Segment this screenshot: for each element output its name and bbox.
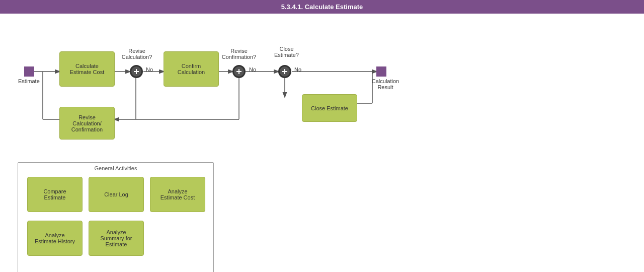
estimate-label: Estimate [18, 78, 40, 84]
calculate-estimate-cost-box[interactable]: CalculateEstimate Cost [59, 51, 115, 87]
clear-log-label: Clear Log [104, 191, 128, 197]
gateway2-no-label: No [249, 66, 256, 73]
revise-calculation-box[interactable]: ReviseCalculation/Confirmation [59, 107, 115, 140]
general-activities-title: General Activities [18, 165, 213, 171]
analyze-estimate-cost-label: AnalyzeEstimate Cost [160, 188, 195, 200]
gateway3 [278, 65, 291, 78]
analyze-estimate-history-label: AnalyzeEstimate History [35, 232, 75, 244]
clear-log-box[interactable]: Clear Log [89, 177, 144, 212]
diagram-area: Estimate CalculateEstimate Cost ReviseCa… [0, 14, 644, 260]
title-text: 5.3.4.1. Calculate Estimate [281, 3, 363, 11]
analyze-estimate-history-box[interactable]: AnalyzeEstimate History [27, 221, 83, 256]
confirm-calculation-label: ConfirmCalculation [178, 63, 205, 75]
close-estimate-label: Close Estimate [311, 105, 348, 111]
end-event [376, 66, 386, 77]
gateway2 [232, 65, 246, 78]
general-activities-container: General Activities CompareEstimate Clear… [18, 162, 214, 272]
revise-calculation-label: ReviseCalculation/Confirmation [71, 114, 103, 132]
close-estimate-box[interactable]: Close Estimate [302, 94, 357, 122]
calculate-estimate-cost-label: CalculateEstimate Cost [70, 63, 104, 75]
compare-estimate-label: CompareEstimate [43, 188, 66, 200]
title-bar: 5.3.4.1. Calculate Estimate [0, 0, 644, 14]
gateway3-no-label: No [294, 66, 301, 73]
gateway1 [130, 65, 143, 78]
gateway1-question-label: ReviseCalculation? [119, 48, 154, 60]
gateway3-question-label: CloseEstimate? [270, 46, 303, 58]
confirm-calculation-box[interactable]: ConfirmCalculation [164, 51, 219, 87]
gateway1-no-label: No [146, 66, 153, 73]
compare-estimate-box[interactable]: CompareEstimate [27, 177, 83, 212]
calculation-result-label: CalculationResult [370, 78, 400, 90]
analyze-summary-box[interactable]: AnalyzeSummary forEstimate [89, 221, 144, 256]
start-event [24, 66, 34, 77]
analyze-summary-label: AnalyzeSummary forEstimate [101, 229, 132, 247]
analyze-estimate-cost-box[interactable]: AnalyzeEstimate Cost [150, 177, 205, 212]
gateway2-question-label: ReviseConfirmation? [221, 48, 257, 60]
